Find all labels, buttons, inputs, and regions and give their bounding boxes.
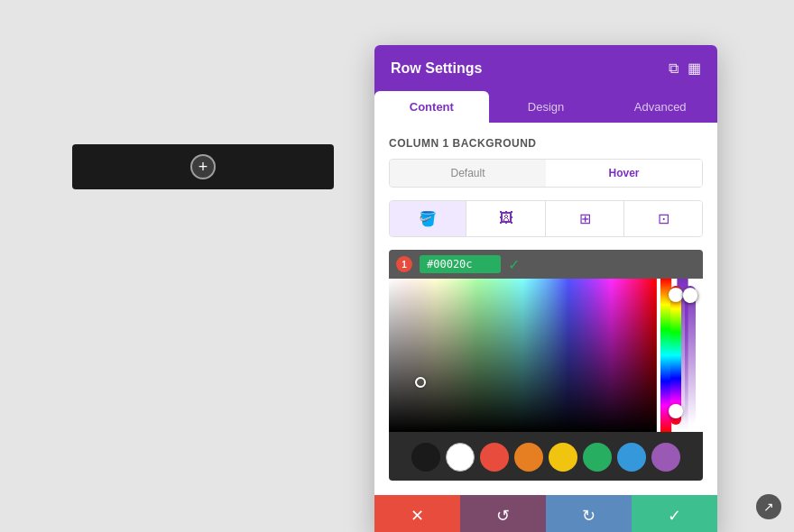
color-cursor[interactable] (415, 377, 426, 388)
sub-tab-default[interactable]: Default (390, 160, 546, 187)
swatch-red[interactable] (480, 443, 509, 472)
paint-bucket-icon: 🪣 (419, 211, 437, 226)
resize-icon: ↗ (763, 500, 774, 514)
tab-advanced[interactable]: Advanced (603, 91, 717, 123)
panel-header-actions: ⧉ ▦ (669, 60, 701, 77)
swatch-black[interactable] (411, 443, 440, 472)
canvas-row-bar[interactable]: + (72, 144, 334, 189)
undo-icon: ↺ (496, 506, 510, 526)
pattern-type-button[interactable]: ⊡ (626, 201, 702, 236)
swatch-orange[interactable] (514, 443, 543, 472)
confirm-icon: ✓ (668, 506, 681, 526)
hex-badge: 1 (396, 256, 412, 272)
tab-content[interactable]: Content (374, 91, 489, 123)
undo-button[interactable]: ↺ (460, 495, 546, 532)
sub-tabs: Default Hover (389, 159, 703, 188)
color-picker[interactable]: 1 ✓ (389, 250, 703, 481)
redo-button[interactable]: ↻ (546, 495, 632, 532)
resize-handle[interactable]: ↗ (756, 494, 781, 519)
hue-slider[interactable] (670, 286, 681, 425)
alpha-slider-thumb-2[interactable] (683, 289, 697, 303)
main-tabs: Content Design Advanced (374, 91, 717, 123)
section-title: Column 1 Background (389, 137, 703, 150)
panel-header: Row Settings ⧉ ▦ (374, 45, 717, 91)
layout-icon[interactable]: ▦ (688, 60, 701, 77)
hex-input[interactable] (420, 255, 501, 273)
hex-confirm-icon[interactable]: ✓ (508, 256, 520, 273)
redo-icon: ↻ (582, 506, 596, 526)
spectrum-area[interactable] (389, 279, 703, 432)
action-bar: ✕ ↺ ↻ ✓ (374, 495, 717, 532)
spectrum-canvas[interactable] (389, 279, 703, 432)
cancel-button[interactable]: ✕ (374, 495, 460, 532)
color-swatches (389, 432, 703, 481)
image-icon: 🖼 (499, 210, 513, 225)
sub-tab-hover[interactable]: Hover (546, 160, 702, 187)
panel-body: Column 1 Background Default Hover 🪣 🖼 ⊞ … (374, 123, 717, 495)
swatch-blue[interactable] (617, 443, 646, 472)
image-type-button[interactable]: 🖼 (468, 201, 545, 236)
background-type-selector: 🪣 🖼 ⊞ ⊡ (389, 200, 703, 237)
row-settings-panel: Row Settings ⧉ ▦ Content Design Advanced… (374, 45, 717, 532)
cancel-icon: ✕ (411, 506, 424, 526)
swatch-purple[interactable] (651, 443, 680, 472)
confirm-button[interactable]: ✓ (632, 495, 717, 532)
swatch-green[interactable] (583, 443, 612, 472)
color-type-button[interactable]: 🪣 (390, 201, 466, 236)
alpha-slider[interactable] (685, 286, 696, 425)
tab-design[interactable]: Design (489, 91, 604, 123)
hex-input-bar: 1 ✓ (389, 250, 703, 279)
gradient-icon: ⊞ (579, 211, 591, 226)
add-row-button[interactable]: + (190, 154, 216, 179)
hue-slider-thumb-2[interactable] (669, 404, 683, 418)
gradient-type-button[interactable]: ⊞ (548, 201, 624, 236)
expand-icon[interactable]: ⧉ (669, 60, 679, 77)
swatch-white[interactable] (446, 443, 475, 472)
hue-slider-thumb[interactable] (669, 288, 683, 302)
swatch-yellow[interactable] (549, 443, 577, 472)
pattern-icon: ⊡ (658, 211, 669, 226)
panel-title: Row Settings (391, 60, 482, 77)
